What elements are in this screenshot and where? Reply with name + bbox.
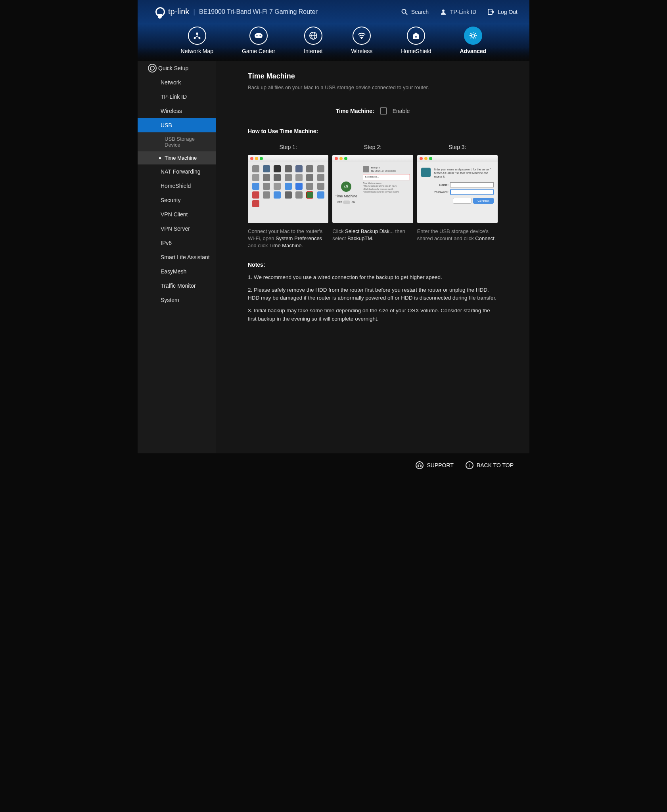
back-to-top-label: BACK TO TOP xyxy=(477,462,514,468)
search-label: Search xyxy=(411,9,429,15)
step-3-label: Step 3: xyxy=(417,144,498,150)
sidebar-easymesh[interactable]: EasyMesh xyxy=(138,264,216,279)
nav-advanced[interactable]: Advanced xyxy=(460,27,487,61)
password-input xyxy=(450,189,494,195)
nav-label: Wireless xyxy=(351,48,373,54)
steps-container: Step 1: Connect your Mac to the router's… xyxy=(248,144,498,250)
note-1: 1. We recommend you use a wired connecti… xyxy=(248,273,498,281)
logout-button[interactable]: Log Out xyxy=(487,8,518,15)
brand-logo: tp-link xyxy=(155,7,189,17)
mac-title-bar xyxy=(417,155,498,162)
header-bar: tp-link | BE19000 Tri-Band Wi-Fi 7 Gamin… xyxy=(138,0,529,23)
header-actions: Search TP-Link ID Log Out xyxy=(401,8,518,15)
sidebar-time-machine[interactable]: Time Machine xyxy=(138,151,216,164)
up-arrow-icon: ↑ xyxy=(466,461,473,469)
svg-rect-7 xyxy=(255,33,263,38)
name-input xyxy=(450,182,494,187)
sidebar-smart-life[interactable]: Smart Life Assistant xyxy=(138,250,216,264)
nav-internet[interactable]: Internet xyxy=(304,27,322,61)
cancel-btn-img: Cancel xyxy=(453,198,472,204)
sidebar-nat-forwarding[interactable]: NAT Forwarding xyxy=(138,164,216,179)
svg-point-14 xyxy=(415,36,417,38)
logout-label: Log Out xyxy=(498,9,518,15)
tplink-id-button[interactable]: TP-Link ID xyxy=(440,8,476,15)
search-icon xyxy=(401,8,408,15)
nav-homeshield[interactable]: HomeShield xyxy=(401,27,431,61)
game-center-icon xyxy=(249,27,268,45)
logout-icon xyxy=(487,8,494,15)
page-title: Time Machine xyxy=(248,72,498,80)
main-panel: Time Machine Back up all files on your M… xyxy=(216,61,529,453)
network-map-icon xyxy=(188,27,206,45)
nav-wireless[interactable]: Wireless xyxy=(351,27,373,61)
sidebar-system[interactable]: System xyxy=(138,293,216,307)
sidebar-usb-storage[interactable]: USB Storage Device xyxy=(138,132,216,151)
step-2: Step 2: ↺ Time Machine OFFON BackupTM512… xyxy=(332,144,413,250)
header-divider: | xyxy=(193,8,195,16)
nav-game-center[interactable]: Game Center xyxy=(242,27,275,61)
svg-line-1 xyxy=(405,13,407,15)
time-machine-icon: ↺ xyxy=(341,182,351,192)
support-label: SUPPORT xyxy=(427,462,453,468)
svg-point-15 xyxy=(472,34,475,37)
wireless-icon xyxy=(353,27,371,45)
internet-icon xyxy=(304,27,322,45)
search-button[interactable]: Search xyxy=(401,8,429,15)
sidebar-quick-setup[interactable]: Quick Setup xyxy=(138,61,216,75)
svg-point-9 xyxy=(260,35,261,36)
mac-title-bar xyxy=(248,155,328,162)
svg-point-8 xyxy=(257,35,258,36)
nav-label: HomeShield xyxy=(401,48,431,54)
advanced-icon xyxy=(464,27,482,45)
sidebar-vpn-client[interactable]: VPN Client xyxy=(138,207,216,222)
brand-text: tp-link xyxy=(168,7,189,16)
tm-left: ↺ Time Machine OFFON xyxy=(332,162,360,223)
support-link[interactable]: SUPPORT xyxy=(416,461,453,469)
tplink-id-icon xyxy=(440,8,447,15)
howto-heading: How to Use Time Machine: xyxy=(248,128,498,134)
sys-prefs-grid xyxy=(248,162,328,210)
enable-label: Enable xyxy=(393,108,410,114)
page-description: Back up all files on your Mac to a USB s… xyxy=(248,84,498,96)
back-to-top-link[interactable]: ↑ BACK TO TOP xyxy=(466,461,514,469)
sidebar-network[interactable]: Network xyxy=(138,75,216,90)
note-2: 2. Please safely remove the HDD from the… xyxy=(248,286,498,302)
product-name: BE19000 Tri-Band Wi-Fi 7 Gaming Router xyxy=(199,8,318,15)
step-3-desc: Enter the USB storage device's shared ac… xyxy=(417,228,498,242)
sidebar-wireless[interactable]: Wireless xyxy=(138,104,216,118)
step-1-image xyxy=(248,155,328,223)
top-nav: Network Map Game Center Internet Wireles… xyxy=(138,23,529,61)
sidebar-security[interactable]: Security xyxy=(138,193,216,207)
sidebar-ipv6[interactable]: IPv6 xyxy=(138,236,216,250)
svg-point-13 xyxy=(361,38,362,39)
step-3: Step 3: Enter your name and password for… xyxy=(417,144,498,250)
nav-label: Network Map xyxy=(181,48,213,54)
server-icon xyxy=(421,168,431,177)
step-2-image: ↺ Time Machine OFFON BackupTM512 GB of 1… xyxy=(332,155,413,223)
sidebar-vpn-server[interactable]: VPN Server xyxy=(138,222,216,236)
enable-row: Time Machine: Enable xyxy=(248,107,498,115)
sidebar: Quick Setup Network TP-Link ID Wireless … xyxy=(138,61,216,453)
svg-point-0 xyxy=(402,9,406,13)
enable-checkbox[interactable] xyxy=(380,107,387,115)
step-1-desc: Connect your Mac to the router's Wi-Fi, … xyxy=(248,228,328,250)
step-1-label: Step 1: xyxy=(248,144,328,150)
sidebar-homeshield[interactable]: HomeShield xyxy=(138,179,216,193)
nav-label: Advanced xyxy=(460,48,487,54)
sidebar-tplink-id[interactable]: TP-Link ID xyxy=(138,90,216,104)
form-label: Time Machine: xyxy=(336,108,374,114)
notes-heading: Notes: xyxy=(248,262,498,268)
auth-dialog: Enter your name and password for the ser… xyxy=(417,162,498,223)
tm-right: BackupTM512 GB of 1.07 GB available Sele… xyxy=(360,162,413,223)
homeshield-icon xyxy=(407,27,425,45)
support-icon xyxy=(416,461,424,469)
sidebar-usb[interactable]: USB xyxy=(138,118,216,132)
content-area: Quick Setup Network TP-Link ID Wireless … xyxy=(138,61,529,453)
note-3: 3. Initial backup may take some time dep… xyxy=(248,307,498,323)
tplink-id-label: TP-Link ID xyxy=(450,9,476,15)
mac-title-bar xyxy=(332,155,413,162)
tm-panel: ↺ Time Machine OFFON BackupTM512 GB of 1… xyxy=(332,162,413,223)
sidebar-traffic-monitor[interactable]: Traffic Monitor xyxy=(138,279,216,293)
step-2-desc: Click Select Backup Disk... then select … xyxy=(332,228,413,242)
nav-network-map[interactable]: Network Map xyxy=(181,27,213,61)
